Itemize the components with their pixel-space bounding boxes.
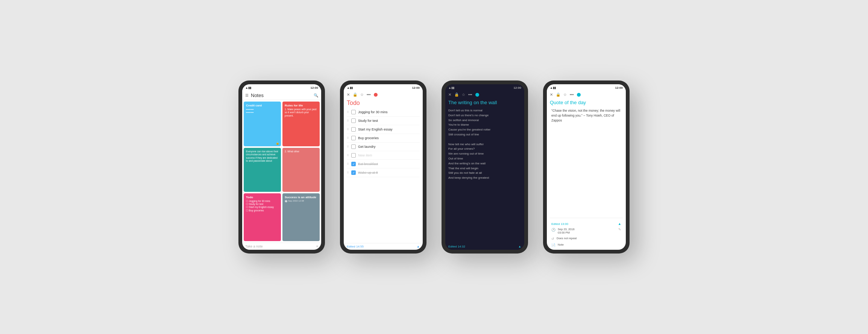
reminder-info: Sep 23, 2016 03:00 PM (558, 228, 575, 234)
phone-3: ▲▮▮ 12:00 ✕ 🔒 ☆ ••• The writing on the w… (442, 80, 528, 254)
dark-note-footer: Edited 14:32 ▲ (445, 243, 524, 250)
note-title: Rules for life (285, 104, 317, 107)
checkbox[interactable] (351, 153, 356, 158)
dark-note-header: ✕ 🔒 ☆ ••• (445, 91, 524, 98)
status-bar-1: ▲▮▮ 12:00 (242, 84, 321, 91)
time-2: 12:00 (412, 86, 420, 90)
list-icon[interactable]: ≡ (316, 244, 318, 248)
todo-placeholder: New item (358, 153, 372, 157)
todo-text: Buy groceries (358, 136, 379, 140)
more-icon[interactable]: ••• (468, 93, 472, 97)
phone-2: ▲▮▮ 12:00 ✕ 🔒 ☆ ••• Todo ⠿ Jogging for 3… (340, 80, 426, 254)
collapse-icon[interactable]: ▲ (518, 245, 521, 248)
signal-icons-1: ▲▮▮ (245, 86, 251, 90)
status-bar-2: ▲▮▮ 12:00 (344, 84, 423, 91)
phone-3-screen: ▲▮▮ 12:00 ✕ 🔒 ☆ ••• The writing on the w… (445, 84, 524, 250)
todo-item-checked[interactable]: ⠿ Wake up at 8 (347, 169, 420, 177)
checkbox[interactable] (351, 144, 356, 149)
color-dot[interactable] (475, 93, 479, 97)
color-dot[interactable] (374, 93, 378, 97)
note-title: Success is an attitude (285, 196, 317, 199)
phone-1-screen: ▲▮▮ 12:00 ☰ Notes 🔍 Credit card ••••••••… (242, 84, 321, 250)
quote-body: "Chase the vision, not the money; the mo… (547, 107, 626, 216)
note-body: 1. Make peace with your past so it won't… (285, 108, 317, 117)
todo-item[interactable]: ⠿ Buy groceries (347, 134, 420, 143)
todo-text: Get laundry (358, 145, 376, 149)
phone-1: ▲▮▮ 12:00 ☰ Notes 🔍 Credit card ••••••••… (238, 80, 325, 254)
more-icon[interactable]: ••• (367, 93, 371, 97)
drag-handle: ⠿ (347, 111, 349, 114)
repeat-row: ↺ Does not repeat (551, 235, 621, 242)
take-note-label[interactable]: Take a note (245, 244, 263, 248)
checkbox[interactable] (351, 118, 356, 123)
notes-title: Notes (251, 93, 314, 98)
everyone-note[interactable]: Everyone can rise above their circumstan… (244, 148, 281, 191)
star-icon[interactable]: ☆ (563, 93, 567, 97)
time-4: 12:00 (615, 86, 623, 90)
quote-title: Quote of the day (547, 98, 626, 107)
repeat-label: Does not repeat (557, 237, 577, 240)
signal-icons-3: ▲▮▮ (448, 86, 454, 90)
bottom-bar[interactable]: Take a note ≡ (242, 243, 321, 250)
collapse-icon[interactable]: ▲ (618, 222, 621, 226)
checkbox[interactable] (351, 127, 356, 132)
status-bar-3: ▲▮▮ 12:00 (445, 84, 524, 91)
time-3: 12:00 (514, 86, 521, 90)
note-meta: 🕐 Sep 2016 12:08 (285, 200, 317, 202)
quote-header: ✕ 🔒 ☆ ••• (547, 91, 626, 98)
lock-icon[interactable]: 🔒 (353, 93, 357, 97)
close-icon[interactable]: ✕ (448, 93, 451, 97)
checkbox-checked[interactable] (351, 170, 356, 175)
todo-item[interactable]: ⠿ Start my English essay (347, 125, 420, 134)
lock-icon[interactable]: 🔒 (454, 93, 459, 97)
todo-footer: Edited 14:55 ▲ (344, 243, 423, 250)
lock-icon[interactable]: 🔒 (556, 93, 560, 97)
success-note[interactable]: Success is an attitude 🕐 Sep 2016 12:08 (282, 193, 320, 241)
note-title: Credit card (246, 104, 279, 107)
phones-container: ▲▮▮ 12:00 ☰ Notes 🔍 Credit card ••••••••… (238, 80, 630, 254)
note-body: 2. What other (285, 150, 317, 153)
checkbox[interactable] (351, 136, 356, 140)
menu-icon[interactable]: ☰ (245, 93, 249, 97)
edit-reminder-icon[interactable]: ✎ (618, 228, 621, 231)
note-icon: 📄 (551, 243, 555, 247)
checkbox-checked[interactable] (351, 162, 356, 166)
star-icon[interactable]: ☆ (360, 93, 364, 97)
collapse-icon[interactable]: ▲ (417, 245, 420, 248)
quote-meta: Edited 13:00 ▲ 🕐 Sep 23, 2016 03:00 PM ✎… (547, 220, 626, 250)
todo-new-item[interactable]: ⠿ New item (347, 151, 420, 160)
close-icon[interactable]: ✕ (550, 93, 553, 97)
note-body: Everyone can rise above their circumstan… (246, 150, 279, 163)
notes-header: ☰ Notes 🔍 (242, 91, 321, 100)
todo-item[interactable]: ⠿ Get laundry (347, 143, 420, 151)
color-dot[interactable] (577, 93, 581, 97)
search-icon[interactable]: 🔍 (314, 93, 318, 97)
star-icon[interactable]: ☆ (462, 93, 465, 97)
todo-item[interactable]: ⠿ Jogging for 30 mins (347, 108, 420, 117)
what-other-note[interactable]: 2. What other (282, 148, 320, 191)
todo-item-checked[interactable]: ⠿ Eat breakfast (347, 160, 420, 169)
phone-2-content: ✕ 🔒 ☆ ••• Todo ⠿ Jogging for 30 mins ⠿ (344, 91, 423, 250)
todo-item[interactable]: ⠿ Study for test (347, 117, 420, 125)
todo-note[interactable]: Todo ☐ Jogging for 30 mins☐ Study for te… (244, 193, 281, 241)
rules-life-note[interactable]: Rules for life 1. Make peace with your p… (282, 102, 320, 146)
todo-text: Start my English essay (358, 128, 393, 131)
credit-card-note[interactable]: Credit card •••••••••••••••••• 🔒 (244, 102, 281, 146)
dark-note-body: Don't tell us this is normal Don't tell … (445, 107, 524, 243)
close-icon[interactable]: ✕ (347, 93, 350, 97)
more-icon[interactable]: ••• (570, 93, 574, 97)
note-type-row: 📄 Note (551, 242, 621, 248)
lock-icon: 🔒 (276, 141, 279, 145)
status-bar-4: ▲▮▮ 12:00 (547, 84, 626, 91)
todo-text: Jogging for 30 mins (358, 110, 388, 114)
note-date: Sep 2016 12:08 (288, 200, 304, 202)
reminder-row: 🕐 Sep 23, 2016 03:00 PM ✎ (551, 226, 621, 235)
edited-label: Edited 13:00 (551, 222, 568, 226)
checkbox[interactable] (351, 110, 356, 114)
todo-text-done: Wake up at 8 (358, 171, 378, 175)
note-title: Todo (246, 196, 279, 199)
phone-1-content: ☰ Notes 🔍 Credit card ••••••••••••••••••… (242, 91, 321, 250)
signal-icons-4: ▲▮▮ (550, 86, 556, 90)
phone-3-content: ✕ 🔒 ☆ ••• The writing on the wall Don't … (445, 91, 524, 250)
phone-4: ▲▮▮ 12:00 ✕ 🔒 ☆ ••• Quote of the day "Ch… (543, 80, 630, 254)
